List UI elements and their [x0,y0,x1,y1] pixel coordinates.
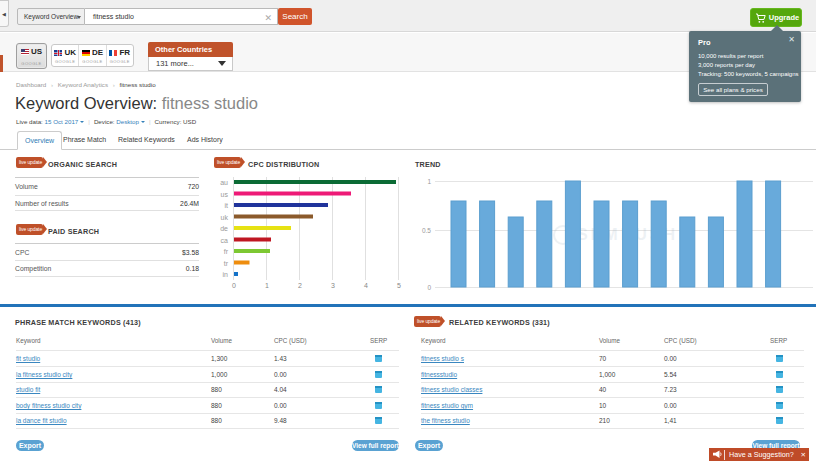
svg-text:0: 0 [232,282,236,289]
svg-text:1: 1 [427,178,431,185]
svg-text:4: 4 [364,282,368,289]
svg-text:ca: ca [221,237,229,244]
svg-text:it: it [225,202,229,209]
svg-text:2: 2 [298,282,302,289]
svg-text:1: 1 [265,282,269,289]
svg-text:uk: uk [221,214,229,221]
svg-text:5: 5 [397,282,401,289]
svg-text:de: de [220,225,228,232]
svg-text:fr: fr [224,248,229,255]
svg-text:0.5: 0.5 [422,227,431,234]
svg-text:us: us [221,191,229,198]
svg-text:in: in [223,271,229,278]
svg-text:tr: tr [224,260,229,267]
svg-text:au: au [220,179,228,186]
svg-text:3: 3 [331,282,335,289]
svg-text:0: 0 [427,284,431,291]
